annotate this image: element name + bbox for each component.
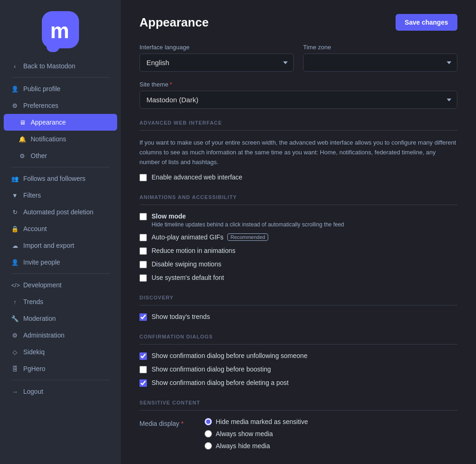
show-trends-label[interactable]: Show today's trends: [152, 313, 210, 320]
disable-swiping-checkbox[interactable]: [139, 261, 147, 268]
language-select[interactable]: English Deutsch Français Español 日本語: [139, 53, 294, 72]
show-trends-label-wrap: Show today's trends: [152, 313, 210, 320]
autoplay-gifs-checkbox[interactable]: [139, 234, 147, 241]
enable-advanced-label-wrap: Enable advanced web interface: [152, 173, 242, 181]
slow-mode-label[interactable]: Slow mode: [152, 212, 344, 220]
confirm-delete-label[interactable]: Show confirmation dialog before deleting…: [152, 379, 289, 386]
disable-swiping-label[interactable]: Disable swiping motions: [152, 260, 221, 268]
divider-4: [11, 380, 110, 380]
animations-section: ANIMATIONS AND ACCESSIBILITY Slow mode H…: [139, 194, 457, 282]
advanced-web-interface-description: If you want to make use of your entire s…: [139, 138, 457, 167]
sidebar-item-development[interactable]: </> Development: [4, 277, 117, 293]
logout-icon: →: [11, 388, 19, 395]
invite-icon: 👤: [11, 259, 19, 266]
sidebar-item-other[interactable]: ⚙ Other: [4, 147, 117, 164]
confirm-delete-checkbox[interactable]: [139, 379, 147, 387]
sidebar-item-moderation[interactable]: 🔧 Moderation: [4, 310, 117, 327]
timezone-group: Time zone: [303, 44, 457, 72]
sidebar-item-label: Automated post deletion: [23, 208, 93, 216]
sidebar-item-account[interactable]: 🔒 Account: [4, 220, 117, 237]
lock-icon: 🔒: [11, 225, 19, 232]
site-theme-select[interactable]: Mastodon (Dark) Mastodon (Light) High co…: [139, 91, 457, 109]
page-header: Appearance Save changes: [139, 14, 457, 31]
radio-always-show: Always show media: [205, 430, 308, 437]
sidebar-item-filters[interactable]: ▼ Filters: [4, 187, 117, 204]
sidebar-item-invite-people[interactable]: 👤 Invite people: [4, 254, 117, 271]
wrench-icon: 🔧: [11, 315, 19, 322]
confirm-unfollow-label[interactable]: Show confirmation dialog before unfollow…: [152, 352, 307, 359]
media-display-options: Hide media marked as sensitive Always sh…: [205, 418, 308, 450]
disable-swiping-row: Disable swiping motions: [139, 260, 457, 268]
enable-advanced-row: Enable advanced web interface: [139, 173, 457, 181]
sidebar-item-administration[interactable]: ⚙ Administration: [4, 327, 117, 344]
sidebar-item-automated-post-deletion[interactable]: ↻ Automated post deletion: [4, 204, 117, 220]
autoplay-gifs-row: Auto-play animated GIFs Recommended: [139, 233, 457, 241]
sidebar-item-public-profile[interactable]: 👤 Public profile: [4, 80, 117, 97]
sidebar-item-import-export[interactable]: ☁ Import and export: [4, 237, 117, 254]
trends-icon: ↑: [11, 298, 19, 305]
reduce-motion-label[interactable]: Reduce motion in animations: [152, 247, 236, 254]
system-font-label[interactable]: Use system's default font: [152, 274, 224, 281]
page-title: Appearance: [139, 15, 209, 30]
sidebar-item-back-to-mastodon[interactable]: ‹ Back to Mastodon: [4, 58, 117, 74]
sidebar-item-label: Filters: [23, 192, 41, 199]
sidebar: m ‹ Back to Mastodon 👤 Public profile ⚙ …: [0, 0, 121, 464]
sidebar-item-label: Import and export: [23, 242, 74, 249]
confirmation-dialogs-title: CONFIRMATION DIALOGS: [139, 334, 457, 345]
media-display-row: Media display * Hide media marked as sen…: [139, 418, 457, 450]
radio-hide-sensitive: Hide media marked as sensitive: [205, 418, 308, 425]
reduce-motion-checkbox[interactable]: [139, 247, 147, 255]
confirm-boost-row: Show confirmation dialog before boosting: [139, 365, 457, 373]
confirm-boost-checkbox[interactable]: [139, 366, 147, 373]
confirm-unfollow-checkbox[interactable]: [139, 352, 147, 360]
always-hide-radio[interactable]: [205, 442, 212, 450]
divider-1: [11, 77, 110, 78]
sidebar-item-label: Follows and followers: [23, 175, 86, 182]
system-font-row: Use system's default font: [139, 274, 457, 282]
hide-sensitive-label[interactable]: Hide media marked as sensitive: [216, 418, 308, 425]
sidebar-nav: ‹ Back to Mastodon 👤 Public profile ⚙ Pr…: [0, 58, 121, 400]
sidebar-item-label: Public profile: [23, 85, 60, 93]
hide-sensitive-radio[interactable]: [205, 418, 212, 425]
sidebar-item-label: PgHero: [23, 365, 45, 372]
sidebar-item-label: Moderation: [23, 315, 56, 322]
confirm-boost-label-wrap: Show confirmation dialog before boosting: [152, 365, 271, 373]
language-group: Interface language English Deutsch Franç…: [139, 44, 294, 72]
sidebar-item-preferences[interactable]: ⚙ Preferences: [4, 97, 117, 114]
show-trends-checkbox[interactable]: [139, 313, 147, 321]
show-trends-row: Show today's trends: [139, 313, 457, 321]
sidebar-item-notifications[interactable]: 🔔 Notifications: [4, 131, 117, 147]
slow-mode-label-wrap: Slow mode Hide timeline updates behind a…: [152, 212, 344, 228]
sidebar-item-pghero[interactable]: 🗄 PgHero: [4, 360, 117, 377]
follows-icon: 👥: [11, 175, 19, 182]
divider-2: [11, 167, 110, 167]
always-show-label[interactable]: Always show media: [216, 430, 273, 437]
refresh-icon: ↻: [11, 209, 19, 216]
enable-advanced-checkbox[interactable]: [139, 174, 147, 181]
sidebar-item-label: Invite people: [23, 259, 60, 266]
always-show-radio[interactable]: [205, 430, 212, 437]
sidebar-item-label: Appearance: [31, 119, 66, 126]
sidebar-item-trends[interactable]: ↑ Trends: [4, 293, 117, 310]
slow-mode-checkbox[interactable]: [139, 213, 147, 220]
system-font-checkbox[interactable]: [139, 274, 147, 282]
confirm-boost-label[interactable]: Show confirmation dialog before boosting: [152, 365, 271, 373]
bell-icon: 🔔: [19, 136, 26, 143]
timezone-select[interactable]: [303, 53, 457, 72]
autoplay-gifs-label[interactable]: Auto-play animated GIFs Recommended: [152, 233, 268, 241]
admin-icon: ⚙: [11, 332, 19, 339]
code-icon: </>: [11, 282, 19, 289]
person-icon: 👤: [11, 86, 19, 93]
cloud-icon: ☁: [11, 242, 19, 249]
site-theme-group: Site theme* Mastodon (Dark) Mastodon (Li…: [139, 81, 457, 109]
enable-advanced-label[interactable]: Enable advanced web interface: [152, 173, 242, 181]
save-changes-button[interactable]: Save changes: [396, 14, 457, 31]
sidebar-item-sidekiq[interactable]: ◇ Sidekiq: [4, 344, 117, 360]
radio-always-hide: Always hide media: [205, 442, 308, 450]
site-theme-label: Site theme*: [139, 81, 457, 88]
sidebar-item-follows[interactable]: 👥 Follows and followers: [4, 170, 117, 187]
animations-title: ANIMATIONS AND ACCESSIBILITY: [139, 194, 457, 205]
always-hide-label[interactable]: Always hide media: [216, 442, 270, 450]
sidebar-item-appearance[interactable]: 🖥 Appearance: [4, 114, 117, 131]
sidebar-item-logout[interactable]: → Logout: [4, 383, 117, 400]
